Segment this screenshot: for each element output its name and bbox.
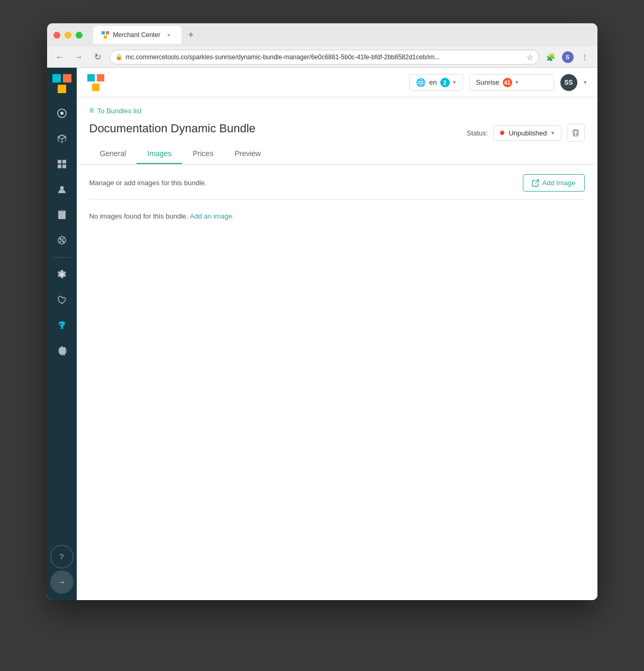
- svg-rect-4: [63, 74, 71, 83]
- active-tab[interactable]: Merchant Center ×: [93, 26, 182, 44]
- sidebar-bottom: ? →: [50, 545, 74, 594]
- svg-point-14: [62, 241, 64, 243]
- address-bar[interactable]: 🔒 mc.commercetools.co/sparkles-sunrise/d…: [110, 50, 539, 65]
- extensions-icon[interactable]: 🧩: [543, 50, 558, 65]
- page-description: Manage or add images for this bundle.: [89, 179, 207, 187]
- sidebar-item-discounts[interactable]: [50, 229, 74, 252]
- sidebar-item-wishlist[interactable]: [50, 288, 74, 312]
- breadcrumb[interactable]: ≡ To Bundles list: [89, 106, 585, 115]
- close-button[interactable]: [53, 32, 60, 39]
- delete-button[interactable]: [567, 124, 585, 142]
- svg-point-7: [60, 112, 64, 115]
- status-dot: [500, 131, 504, 135]
- svg-rect-10: [58, 165, 61, 168]
- sidebar-item-settings[interactable]: [50, 263, 74, 286]
- app-logo-top: [87, 74, 104, 91]
- user-avatar[interactable]: SS: [560, 74, 577, 91]
- project-selector[interactable]: Sunrise 41 ▾: [469, 74, 554, 91]
- external-link-icon: [532, 179, 539, 187]
- sidebar-item-customers[interactable]: [50, 178, 74, 201]
- project-chevron-icon: ▾: [515, 79, 519, 86]
- status-bar: Status: Unpublished ▾: [467, 124, 585, 142]
- sidebar-item-categories[interactable]: [50, 152, 74, 176]
- sidebar-item-extensions[interactable]: [50, 339, 74, 362]
- trash-icon: [572, 129, 580, 137]
- svg-point-13: [59, 238, 61, 240]
- svg-rect-3: [52, 74, 61, 83]
- sidebar-item-dashboard[interactable]: [50, 102, 74, 125]
- back-button[interactable]: ←: [52, 50, 67, 65]
- svg-rect-17: [97, 74, 104, 81]
- sidebar-item-help[interactable]: ?: [50, 545, 74, 568]
- add-image-link[interactable]: Add an image.: [190, 212, 234, 220]
- browser-titlebar: Merchant Center × +: [47, 23, 597, 47]
- main-content: 🌐 en 2 ▾ Sunrise 41 ▾ SS ▾: [77, 68, 597, 600]
- tab-preview[interactable]: Preview: [224, 144, 271, 164]
- page-content: ≡ To Bundles list Documentation Dynamic …: [77, 97, 597, 600]
- refresh-button[interactable]: ↻: [90, 50, 105, 65]
- svg-rect-1: [106, 31, 109, 34]
- svg-rect-5: [58, 85, 66, 93]
- forward-button[interactable]: →: [71, 50, 86, 65]
- menu-icon[interactable]: ⋮: [577, 50, 592, 65]
- new-tab-button[interactable]: +: [184, 28, 198, 42]
- svg-rect-0: [102, 31, 105, 34]
- page-tabs: General Images Prices Preview: [89, 144, 585, 164]
- sidebar-item-products[interactable]: [50, 127, 74, 150]
- app-container: ? → 🌐 en 2 ▾: [47, 68, 597, 600]
- breadcrumb-label: To Bundles list: [97, 107, 142, 115]
- svg-point-12: [60, 186, 64, 190]
- svg-rect-11: [62, 165, 66, 168]
- page-body: Manage or add images for this bundle. Ad…: [77, 165, 597, 233]
- lock-icon: 🔒: [115, 53, 123, 60]
- tab-title: Merchant Center: [113, 31, 160, 39]
- svg-rect-9: [62, 160, 66, 164]
- empty-state-text: No images found for this bundle.: [89, 212, 188, 220]
- add-image-button[interactable]: Add Image: [523, 174, 585, 192]
- user-menu-chevron[interactable]: ▾: [584, 79, 587, 86]
- browser-toolbar: ← → ↻ 🔒 mc.commercetools.co/sparkles-sun…: [47, 47, 597, 68]
- globe-icon: 🌐: [416, 78, 426, 87]
- sidebar-divider: [53, 257, 70, 258]
- sidebar-item-launch[interactable]: [50, 314, 74, 337]
- language-selector[interactable]: 🌐 en 2 ▾: [409, 74, 462, 91]
- lang-code: en: [429, 78, 437, 86]
- empty-state: No images found for this bundle. Add an …: [89, 200, 585, 233]
- project-count-badge: 41: [503, 78, 512, 87]
- status-value: Unpublished: [509, 129, 547, 137]
- tab-favicon: [102, 31, 109, 39]
- tab-close-button[interactable]: ×: [165, 31, 173, 39]
- svg-rect-18: [92, 84, 99, 91]
- toolbar-icons: 🧩 S ⋮: [543, 50, 592, 65]
- tab-bar: Merchant Center × +: [93, 26, 591, 44]
- page-header: ≡ To Bundles list Documentation Dynamic …: [77, 97, 597, 165]
- profile-icon[interactable]: S: [560, 50, 575, 65]
- breadcrumb-icon: ≡: [89, 106, 94, 115]
- sidebar-item-orders[interactable]: [50, 203, 74, 226]
- maximize-button[interactable]: [76, 32, 83, 39]
- sidebar: ? →: [47, 68, 77, 600]
- tab-general[interactable]: General: [89, 144, 137, 164]
- status-dropdown[interactable]: Unpublished ▾: [493, 125, 561, 141]
- bookmark-icon[interactable]: ☆: [527, 53, 533, 61]
- tab-prices[interactable]: Prices: [182, 144, 224, 164]
- svg-rect-16: [87, 74, 95, 81]
- project-name: Sunrise: [476, 78, 500, 86]
- lang-chevron-icon: ▾: [453, 79, 456, 86]
- page-title: Documentation Dynamic Bundle: [89, 122, 256, 135]
- sidebar-item-forward[interactable]: →: [50, 570, 74, 594]
- app-logo: [52, 74, 71, 93]
- page-body-header: Manage or add images for this bundle. Ad…: [89, 165, 585, 200]
- svg-rect-2: [104, 35, 107, 39]
- status-label: Status:: [467, 129, 488, 137]
- svg-rect-8: [58, 160, 61, 164]
- status-chevron-icon: ▾: [551, 130, 555, 137]
- minimize-button[interactable]: [65, 32, 71, 39]
- top-navbar: 🌐 en 2 ▾ Sunrise 41 ▾ SS ▾: [77, 68, 597, 97]
- tab-images[interactable]: Images: [137, 144, 182, 164]
- lang-count-badge: 2: [440, 78, 450, 87]
- url-text: mc.commercetools.co/sparkles-sunrise/dyn…: [126, 53, 440, 61]
